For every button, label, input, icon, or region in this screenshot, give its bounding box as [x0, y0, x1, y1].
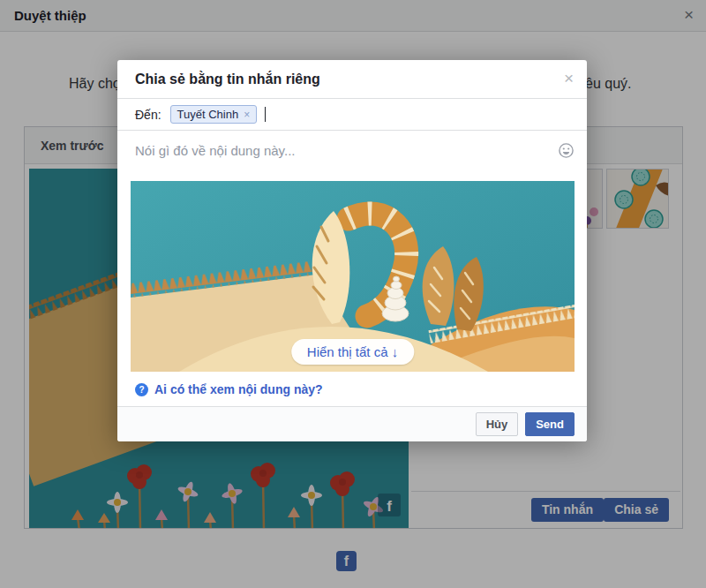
send-button[interactable]: Send [525, 412, 575, 436]
question-icon[interactable]: ? [135, 383, 148, 396]
recipient-token[interactable]: Tuyết Chinh × [170, 105, 258, 124]
recipient-name: Tuyết Chinh [177, 108, 239, 121]
text-cursor [265, 107, 266, 122]
show-all-button[interactable]: Hiển thị tất cả ↓ [291, 339, 414, 365]
close-icon[interactable]: × [564, 69, 574, 88]
share-message-modal: Chia sẻ bằng tin nhắn riêng × Đến: Tuyết… [117, 60, 587, 441]
share-modal-header: Chia sẻ bằng tin nhắn riêng × [117, 60, 587, 99]
recipient-row[interactable]: Đến: Tuyết Chinh × [117, 99, 587, 131]
cancel-button[interactable]: Hủy [476, 412, 519, 436]
to-label: Đến: [135, 108, 161, 122]
emoji-icon[interactable] [558, 142, 575, 159]
remove-recipient-icon[interactable]: × [244, 109, 250, 121]
message-placeholder: Nói gì đó về nội dung này... [135, 143, 296, 158]
share-modal-title: Chia sẻ bằng tin nhắn riêng [135, 72, 320, 87]
shared-card-image: Hiển thị tất cả ↓ [131, 181, 575, 372]
screen: Duyệt thiệp × Hãy chọ yêu quý. Xem trước [0, 0, 706, 588]
message-input[interactable]: Nói gì đó về nội dung này... [117, 131, 587, 181]
audience-row: ? Ai có thể xem nội dung này? [135, 380, 569, 399]
audience-link[interactable]: Ai có thể xem nội dung này? [154, 382, 323, 396]
share-modal-footer: Hủy Send [117, 406, 587, 441]
